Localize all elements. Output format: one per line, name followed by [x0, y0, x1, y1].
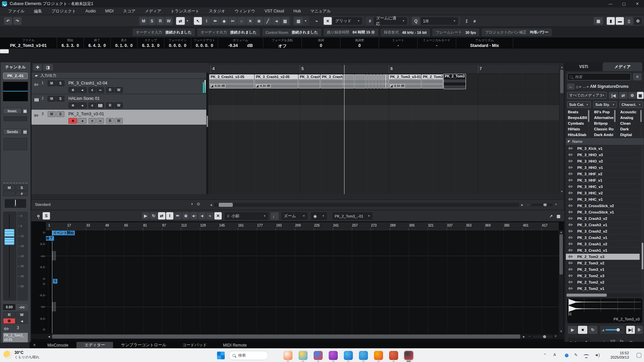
- audio-event[interactable]: [366, 74, 369, 88]
- menu-item-スコア[interactable]: スコア: [118, 7, 140, 15]
- info-ボリューム[interactable]: ボリューム-9.34 dB: [218, 38, 263, 49]
- editor-zoom-in[interactable]: +: [554, 334, 557, 339]
- bluetooth-icon[interactable]: [565, 354, 569, 357]
- media-file-PK_3_HHF_v2[interactable]: PK_3_HHF_v2: [566, 171, 640, 177]
- editor-zoom-dropdown[interactable]: ズーム▼: [281, 212, 308, 220]
- channel-listen-button[interactable]: [3, 191, 15, 196]
- info-フェーズを反転[interactable]: フェーズを反転オフ: [263, 38, 302, 49]
- editor-ruler[interactable]: 1173349658197113129145161177193209225241…: [46, 222, 559, 230]
- media-file-PK_3_Crash2_v2[interactable]: PK_3_Crash2_v2: [566, 228, 640, 235]
- taskbar-app-cubase[interactable]: [404, 351, 413, 360]
- global-w-button[interactable]: W: [165, 17, 172, 25]
- right-zone-toggle[interactable]: ▯: [625, 17, 633, 25]
- erase-tool[interactable]: ◆: [220, 17, 228, 25]
- pin-icon[interactable]: [35, 212, 42, 220]
- track-read-button[interactable]: R: [106, 103, 114, 108]
- channel-solo-button[interactable]: S: [16, 185, 28, 190]
- media-file-PK_2_Tom3_v1[interactable]: PK_2_Tom3_v1: [566, 266, 640, 273]
- fader-level-readout[interactable]: 0.00: [3, 304, 15, 310]
- menu-item-ウィンドウ[interactable]: ウィンドウ: [230, 7, 260, 15]
- status-プロジェクトのパン補正[interactable]: プロジェクトのパン補正均等パワー: [482, 28, 552, 36]
- media-file-PK_3_Crash1_v2[interactable]: PK_3_Crash1_v2: [566, 241, 640, 247]
- track-link-icon[interactable]: ∞: [97, 87, 104, 93]
- audio-event[interactable]: [369, 74, 372, 88]
- media-file-PK_3_HHO_v3[interactable]: PK_3_HHO_v3: [566, 152, 640, 158]
- vertical-scrollbar[interactable]: ▲ ▼: [559, 65, 564, 194]
- media-file-PK_3_CrossStick_v2[interactable]: PK_3_CrossStick_v2: [566, 203, 640, 209]
- preview-volume-control[interactable]: ◢: [600, 326, 624, 334]
- bottom-tab-MixConsole[interactable]: MixConsole: [39, 342, 76, 348]
- info-開始[interactable]: 開始6. 3. 3. 0: [57, 38, 84, 49]
- zoom-slider-knob[interactable]: [543, 203, 547, 206]
- audio-event[interactable]: PK_2_Tom3_v3-01◢ -9.34 dB: [389, 74, 421, 88]
- audio-event[interactable]: [376, 74, 379, 88]
- track-link-icon[interactable]: ∞: [97, 118, 104, 124]
- range-selection-tool[interactable]: I: [203, 17, 211, 25]
- filter-item-Digital[interactable]: Digital: [620, 133, 640, 138]
- track-solo-button[interactable]: S: [56, 80, 64, 86]
- snap-point-marker[interactable]: S: [53, 279, 57, 284]
- channel-record-button[interactable]: [3, 318, 15, 324]
- auto-scroll-options-caret[interactable]: ▼: [185, 17, 190, 25]
- track-visibility-button[interactable]: ◨: [43, 64, 53, 71]
- track-mute-button[interactable]: M: [48, 80, 56, 86]
- menu-item-マニュアル[interactable]: マニュアル: [306, 7, 335, 15]
- media-file-PK_3_HHO_v1[interactable]: PK_3_HHO_v1: [566, 165, 640, 171]
- global-m-button[interactable]: M: [140, 17, 147, 25]
- filter-header-Charact.[interactable]: Charact.▼: [620, 101, 643, 108]
- media-file-PK_2_Tom2_v2[interactable]: PK_2_Tom2_v2: [566, 279, 640, 286]
- editor-zoom-track[interactable]: [533, 336, 552, 338]
- audio-event[interactable]: PK_3_Crash1_v2-05◢ -9.34 dB: [209, 74, 254, 88]
- bottom-tab-MIDI Remote[interactable]: MIDI Remote: [215, 342, 255, 348]
- editor-hscroll-left[interactable]: ◀: [47, 335, 51, 339]
- home-icon[interactable]: ⌂: [576, 84, 579, 89]
- filter-column-scroll-handle[interactable]: [588, 110, 589, 122]
- menu-item-トランスポート[interactable]: トランスポート: [166, 7, 204, 15]
- media-file-PK_3_Crash1_v1[interactable]: PK_3_Crash1_v1: [566, 247, 640, 254]
- audio-event[interactable]: PK_2_Tom3: [443, 74, 466, 89]
- editor-waveform-area[interactable]: イベント開始 終了 S: [46, 230, 559, 334]
- crumb-ellipsis[interactable]: ...: [583, 84, 586, 89]
- info-アルゴリズム[interactable]: アルゴリズムStandard - Mix: [456, 38, 513, 49]
- draw-tool[interactable]: ✏: [211, 17, 219, 25]
- file-list-vscroll-handle[interactable]: [642, 243, 643, 269]
- play-in-project-button[interactable]: ▶|: [626, 326, 635, 334]
- filter-item-Cymbals[interactable]: Cymbals: [568, 121, 587, 127]
- channel-curve-display[interactable]: [3, 82, 28, 101]
- global-r-button[interactable]: R: [157, 17, 164, 25]
- hscroll-left-arrow[interactable]: ◀: [209, 203, 213, 207]
- track-mute-button[interactable]: M: [48, 111, 56, 117]
- snap-type-dropdown[interactable]: グリッド▼: [333, 17, 362, 25]
- menu-item-プロジェクト[interactable]: プロジェクト: [47, 7, 81, 15]
- audio-event[interactable]: PK_2_Tom3: [422, 74, 443, 88]
- glue-tool[interactable]: ∩: [237, 17, 246, 25]
- mute-tool[interactable]: ✕: [246, 17, 254, 25]
- filter-header-Sub Sty.[interactable]: Sub Sty.▼: [593, 101, 617, 108]
- track-row-1[interactable]: 1MSPK_3_Crash1_v2-04◄e∞RW: [32, 79, 206, 94]
- editor-part-dropdown[interactable]: PK_2_Tom3_.-01▼: [332, 212, 373, 220]
- inserts-rack-icon[interactable]: ▣: [22, 108, 28, 114]
- media-file-PK_2_Tom2_v3[interactable]: PK_2_Tom2_v3: [566, 273, 640, 279]
- media-file-PK_3_CrossStick_v1[interactable]: PK_3_CrossStick_v1: [566, 209, 640, 216]
- tab-media[interactable]: メディア: [603, 62, 642, 71]
- preview-play-button[interactable]: ▶: [568, 326, 577, 334]
- media-file-PK_2_Tom3_v3[interactable]: PK_2_Tom3_v3: [566, 254, 640, 260]
- editor-vscroll-handle[interactable]: [559, 234, 563, 275]
- info-ミュート[interactable]: ミュート-: [379, 38, 418, 49]
- media-file-PK_3_Crash2_v1[interactable]: PK_3_Crash2_v1: [566, 235, 640, 241]
- taskbar-app-browser-2[interactable]: [374, 351, 383, 360]
- channel-monitor-button[interactable]: ◄: [16, 318, 28, 324]
- status-オーディオ入力[interactable]: オーディオ入力接続されました: [132, 28, 195, 36]
- filter-column-scroll-handle[interactable]: [614, 110, 615, 122]
- play-tool[interactable]: ◄: [272, 17, 280, 25]
- track-row-3[interactable]: 3MSPK_2_Tom3_v3-01◄e∞RW: [32, 110, 206, 125]
- undo-button[interactable]: ↶: [4, 17, 12, 25]
- editor-vscroll-down[interactable]: ▼: [559, 329, 564, 333]
- editor-loop-button[interactable]: ↻: [150, 212, 157, 220]
- info-ファイル[interactable]: ファイルPK_2_Tom3_v3-01: [0, 38, 57, 49]
- track-solo-button[interactable]: S: [56, 111, 64, 117]
- arrangement-ruler[interactable]: 4567: [208, 65, 559, 74]
- left-zone-toggle[interactable]: ▮: [607, 17, 615, 25]
- align-beats-icon[interactable]: ⊪: [636, 326, 643, 334]
- editor-vscroll[interactable]: ▲ ▼: [559, 230, 564, 334]
